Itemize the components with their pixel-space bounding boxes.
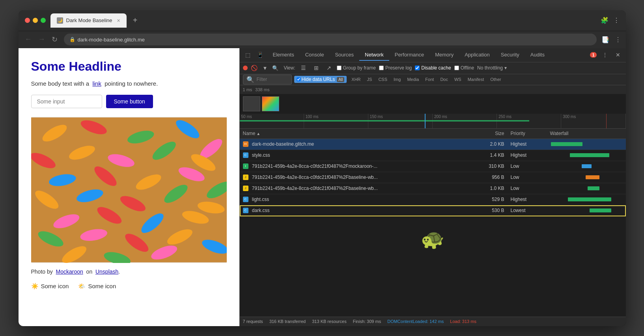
candy-image xyxy=(31,117,227,263)
device-icon[interactable]: 📱 xyxy=(254,50,266,60)
tab-sources[interactable]: Sources xyxy=(329,49,359,61)
page-link[interactable]: link xyxy=(92,80,101,87)
body-text-before: Some body text with a xyxy=(31,80,90,87)
timeline-ms-bar: 1 ms 338 ms xyxy=(240,85,626,94)
table-row[interactable]: J 791b2241-459b-4a2e-8cca-c0fdc21f0487%2… xyxy=(240,183,626,194)
minimize-button[interactable] xyxy=(33,18,38,23)
row-name: J 791b2241-459b-4a2e-8cca-c0fdc21f0487%2… xyxy=(240,186,468,191)
tab-security[interactable]: Security xyxy=(495,49,525,61)
search-icon[interactable]: 🔍 xyxy=(270,64,280,72)
back-button[interactable]: ← xyxy=(23,34,34,45)
thumb-screenshot[interactable] xyxy=(262,96,279,111)
view-list-icon[interactable]: ☰ xyxy=(299,63,308,73)
close-devtools-icon[interactable]: ✕ xyxy=(613,50,623,60)
view-grid-icon[interactable]: ⊞ xyxy=(312,63,321,73)
close-button[interactable] xyxy=(25,18,30,23)
filter-input[interactable] xyxy=(257,77,288,82)
tab-audits[interactable]: Audits xyxy=(525,49,550,61)
tab-close-button[interactable]: × xyxy=(117,17,120,24)
table-row[interactable]: H dark-mode-baseline.glitch.me 2.0 KB Hi… xyxy=(240,139,626,150)
type-filter-font[interactable]: Font xyxy=(423,76,436,83)
extensions-icon[interactable]: 🧩 xyxy=(601,17,609,24)
label-50ms: 50 ms xyxy=(241,115,252,119)
view-label: View: xyxy=(284,65,295,71)
clear-button[interactable]: 🚫 xyxy=(251,65,258,71)
label-150ms: 150 ms xyxy=(370,115,383,119)
table-row[interactable]: C light.css 529 B Highest xyxy=(240,194,626,205)
type-filter-manifest[interactable]: Manifest xyxy=(465,76,487,83)
timeline-ruler[interactable]: 50 ms 100 ms 150 ms 200 ms 250 ms 300 ms xyxy=(240,114,626,128)
address-right-buttons: 📑 ⋮ xyxy=(601,36,621,43)
tab-application[interactable]: Application xyxy=(459,49,495,61)
thumb-blank xyxy=(243,96,260,111)
preserve-log-checkbox[interactable]: Preserve log xyxy=(379,65,412,71)
cursor-icon[interactable]: ↗ xyxy=(324,63,334,73)
offline-input[interactable] xyxy=(454,66,459,70)
file-icon: J xyxy=(243,175,248,180)
bookmark-icon[interactable]: 📑 xyxy=(601,36,609,43)
type-filter-js[interactable]: JS xyxy=(365,76,375,83)
maximize-button[interactable] xyxy=(41,18,46,23)
col-header-name[interactable]: Name xyxy=(240,131,468,136)
inspect-icon[interactable]: ⬚ xyxy=(243,50,253,60)
type-filter-img[interactable]: Img xyxy=(391,76,403,83)
table-row[interactable]: I 791b2241-459b-4a2e-8cca-c0fdc21f0487%2… xyxy=(240,161,626,172)
table-row[interactable]: C style.css 1.4 KB Highest xyxy=(240,150,626,161)
type-filter-doc[interactable]: Doc xyxy=(438,76,450,83)
status-domcontent: DOMContentLoaded: 142 ms xyxy=(387,319,444,324)
ms-label-1: 1 ms xyxy=(243,87,252,92)
table-row[interactable]: C dark.css 530 B Lowest xyxy=(240,205,626,216)
filter-icon[interactable]: ▼ xyxy=(261,64,270,72)
disable-cache-checkbox[interactable]: Disable cache xyxy=(415,65,451,71)
col-header-priority[interactable]: Priority xyxy=(508,131,547,136)
table-row[interactable]: J 791b2241-459b-4a2e-8cca-c0fdc21f0487%2… xyxy=(240,172,626,183)
file-icon: C xyxy=(243,208,248,213)
offline-checkbox[interactable]: Offline xyxy=(454,65,474,71)
waterfall-bar xyxy=(588,186,599,190)
new-tab-button[interactable]: + xyxy=(130,14,141,26)
tab-performance[interactable]: Performance xyxy=(389,49,429,61)
address-input[interactable]: 🔒 dark-mode-baseline.glitch.me xyxy=(64,34,597,45)
row-waterfall xyxy=(547,152,626,158)
active-tab[interactable]: 🌙 Dark Mode Baseline × xyxy=(50,13,127,28)
tab-network[interactable]: Network xyxy=(359,49,389,61)
col-header-waterfall[interactable]: Waterfall xyxy=(547,131,626,136)
more-icon[interactable]: ⋮ xyxy=(613,17,620,24)
more-options-icon[interactable]: ⋮ xyxy=(600,50,610,60)
type-filter-other[interactable]: Other xyxy=(488,76,504,83)
group-by-frame-checkbox[interactable]: Group by frame xyxy=(337,65,376,71)
unsplash-link[interactable]: Unsplash xyxy=(95,268,118,275)
type-filter-xhr[interactable]: XHR xyxy=(349,76,363,83)
ruler-300ms: 300 ms xyxy=(561,114,625,128)
some-input[interactable] xyxy=(31,95,102,108)
reload-button[interactable]: ↻ xyxy=(50,34,59,45)
hide-data-urls-checkbox[interactable] xyxy=(297,77,301,81)
some-button[interactable]: Some button xyxy=(106,95,153,108)
filter-input-wrap: 🔍 xyxy=(243,75,292,84)
menu-icon[interactable]: ⋮ xyxy=(615,36,621,43)
preserve-log-label: Preserve log xyxy=(385,65,412,71)
col-header-size[interactable]: Size xyxy=(468,131,508,136)
disable-cache-input[interactable] xyxy=(415,66,420,70)
address-text: 🔒 dark-mode-baseline.glitch.me xyxy=(69,37,145,43)
webpage-panel: Some Headline Some body text with a link… xyxy=(19,48,239,326)
row-size: 530 B xyxy=(468,208,508,213)
type-filter-ws[interactable]: WS xyxy=(452,76,464,83)
record-button[interactable] xyxy=(243,66,248,70)
offline-label: Offline xyxy=(461,65,474,71)
tab-console[interactable]: Console xyxy=(300,49,330,61)
tab-elements[interactable]: Elements xyxy=(267,49,300,61)
hide-data-urls-btn[interactable]: Hide data URLs All xyxy=(294,76,347,83)
forward-button[interactable]: → xyxy=(37,34,47,45)
row-waterfall xyxy=(547,141,626,147)
throttling-select[interactable]: No throttling ▾ xyxy=(477,65,507,71)
photo-credit-middle: on xyxy=(86,268,93,275)
type-filter-media[interactable]: Media xyxy=(405,76,421,83)
mockaroon-link[interactable]: Mockaroon xyxy=(56,268,83,275)
no-throttling-label: No throttling xyxy=(477,65,503,71)
preserve-log-input[interactable] xyxy=(379,66,384,70)
group-by-frame-input[interactable] xyxy=(337,66,342,70)
type-filter-css[interactable]: CSS xyxy=(376,76,390,83)
tab-memory[interactable]: Memory xyxy=(429,49,459,61)
row-waterfall xyxy=(547,197,626,202)
